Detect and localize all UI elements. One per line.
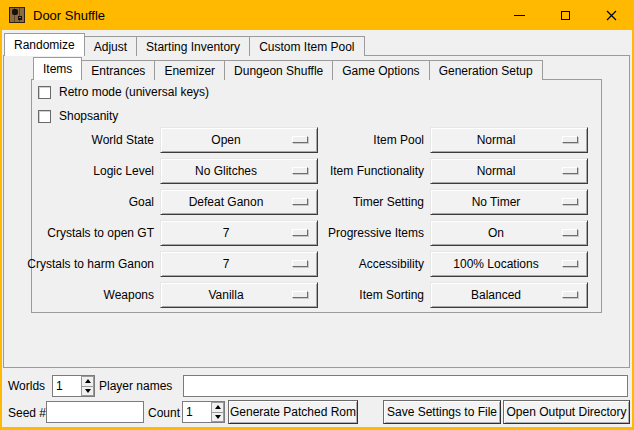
arrow-up-icon xyxy=(215,405,221,409)
weapons-label: Weapons xyxy=(22,288,160,302)
tab-generation-setup[interactable]: Generation Setup xyxy=(429,60,543,80)
seed-input[interactable] xyxy=(46,401,144,423)
accessibility-value: 100% Locations xyxy=(453,257,538,271)
player-names-input[interactable] xyxy=(183,375,628,397)
tab-custom-item-pool[interactable]: Custom Item Pool xyxy=(249,36,364,56)
item-sorting-value: Balanced xyxy=(471,288,521,302)
tab-entrances[interactable]: Entrances xyxy=(81,60,155,80)
goal-value: Defeat Ganon xyxy=(189,195,264,209)
weapons-value: Vanilla xyxy=(208,288,243,302)
worlds-spinner xyxy=(52,375,95,397)
dropdown-indicator-icon xyxy=(562,136,578,143)
app-window: Door Shuffle Randomize Adjust Starting I… xyxy=(0,0,634,430)
shopsanity-checkbox[interactable] xyxy=(38,110,51,123)
crystals-ganon-value: 7 xyxy=(223,257,230,271)
logic-level-row: Logic Level No Glitches xyxy=(22,158,318,184)
logic-level-dropdown[interactable]: No Glitches xyxy=(160,158,318,184)
count-label: Count xyxy=(148,402,180,424)
item-pool-dropdown[interactable]: Normal xyxy=(430,127,588,153)
retro-mode-label: Retro mode (universal keys) xyxy=(59,85,209,99)
tab-items[interactable]: Items xyxy=(33,57,82,80)
count-spin-arrows xyxy=(211,402,224,422)
tab-enemizer[interactable]: Enemizer xyxy=(154,60,225,80)
arrow-down-icon xyxy=(215,415,221,419)
progressive-items-dropdown[interactable]: On xyxy=(430,220,588,246)
options-column-right: Item Pool Normal Item Functionality Norm… xyxy=(305,127,588,313)
close-button[interactable] xyxy=(588,0,634,30)
worlds-label: Worlds xyxy=(8,375,45,397)
crystals-gt-label: Crystals to open GT xyxy=(22,226,160,240)
tab-game-options[interactable]: Game Options xyxy=(332,60,429,80)
accessibility-label: Accessibility xyxy=(305,257,430,271)
timer-setting-value: No Timer xyxy=(472,195,521,209)
door-icon xyxy=(9,7,25,23)
shopsanity-row: Shopsanity xyxy=(38,109,118,123)
crystals-gt-dropdown[interactable]: 7 xyxy=(160,220,318,246)
player-names-label: Player names xyxy=(99,375,172,397)
tab-dungeon-shuffle[interactable]: Dungeon Shuffle xyxy=(224,60,333,80)
logic-level-value: No Glitches xyxy=(195,164,257,178)
window-controls xyxy=(496,0,634,30)
item-functionality-row: Item Functionality Normal xyxy=(305,158,588,184)
crystals-gt-row: Crystals to open GT 7 xyxy=(22,220,318,246)
open-output-directory-button[interactable]: Open Output Directory xyxy=(503,400,630,424)
minimize-button[interactable] xyxy=(496,0,542,30)
item-pool-value: Normal xyxy=(477,133,516,147)
arrow-down-icon xyxy=(85,389,91,393)
tab-starting-inventory[interactable]: Starting Inventory xyxy=(136,36,250,56)
arrow-up-icon xyxy=(85,379,91,383)
worlds-spin-up-button[interactable] xyxy=(81,376,94,387)
timer-setting-dropdown[interactable]: No Timer xyxy=(430,189,588,215)
world-state-label: World State xyxy=(22,133,160,147)
item-functionality-dropdown[interactable]: Normal xyxy=(430,158,588,184)
shopsanity-label: Shopsanity xyxy=(59,109,118,123)
worlds-spin-arrows xyxy=(81,376,94,396)
outer-tab-bar: Randomize Adjust Starting Inventory Cust… xyxy=(4,33,364,56)
item-pool-row: Item Pool Normal xyxy=(305,127,588,153)
dropdown-indicator-icon xyxy=(562,291,578,298)
dropdown-indicator-icon xyxy=(562,198,578,205)
item-functionality-label: Item Functionality xyxy=(305,164,430,178)
item-sorting-row: Item Sorting Balanced xyxy=(305,282,588,308)
weapons-row: Weapons Vanilla xyxy=(22,282,318,308)
timer-setting-row: Timer Setting No Timer xyxy=(305,189,588,215)
item-sorting-dropdown[interactable]: Balanced xyxy=(430,282,588,308)
world-state-row: World State Open xyxy=(22,127,318,153)
goal-label: Goal xyxy=(22,195,160,209)
timer-setting-label: Timer Setting xyxy=(305,195,430,209)
crystals-ganon-row: Crystals to harm Ganon 7 xyxy=(22,251,318,277)
save-settings-button[interactable]: Save Settings to File xyxy=(383,400,501,424)
progressive-items-value: On xyxy=(488,226,504,240)
minimize-icon xyxy=(514,15,525,16)
crystals-ganon-label: Crystals to harm Ganon xyxy=(22,257,160,271)
maximize-button[interactable] xyxy=(542,0,588,30)
count-spinner xyxy=(182,401,225,423)
options-column-left: World State Open Logic Level No Glitches… xyxy=(22,127,318,313)
logic-level-label: Logic Level xyxy=(22,164,160,178)
inner-tab-bar: Items Entrances Enemizer Dungeon Shuffle… xyxy=(33,57,542,80)
world-state-dropdown[interactable]: Open xyxy=(160,127,318,153)
seed-label: Seed # xyxy=(8,402,46,424)
accessibility-dropdown[interactable]: 100% Locations xyxy=(430,251,588,277)
dropdown-indicator-icon xyxy=(562,229,578,236)
dropdown-indicator-icon xyxy=(562,167,578,174)
item-functionality-value: Normal xyxy=(477,164,516,178)
tab-randomize[interactable]: Randomize xyxy=(4,33,85,56)
dropdown-indicator-icon xyxy=(562,260,578,267)
maximize-icon xyxy=(561,11,570,20)
item-pool-label: Item Pool xyxy=(305,133,430,147)
count-spin-up-button[interactable] xyxy=(211,402,224,413)
client-area: Randomize Adjust Starting Inventory Cust… xyxy=(2,30,632,427)
tab-adjust[interactable]: Adjust xyxy=(84,36,137,56)
worlds-input[interactable] xyxy=(53,376,81,396)
count-input[interactable] xyxy=(183,402,211,422)
weapons-dropdown[interactable]: Vanilla xyxy=(160,282,318,308)
accessibility-row: Accessibility 100% Locations xyxy=(305,251,588,277)
progressive-items-label: Progressive Items xyxy=(305,226,430,240)
crystals-ganon-dropdown[interactable]: 7 xyxy=(160,251,318,277)
goal-dropdown[interactable]: Defeat Ganon xyxy=(160,189,318,215)
worlds-spin-down-button[interactable] xyxy=(81,387,94,397)
retro-mode-checkbox[interactable] xyxy=(38,86,51,99)
count-spin-down-button[interactable] xyxy=(211,413,224,423)
generate-patched-rom-button[interactable]: Generate Patched Rom xyxy=(228,400,358,424)
